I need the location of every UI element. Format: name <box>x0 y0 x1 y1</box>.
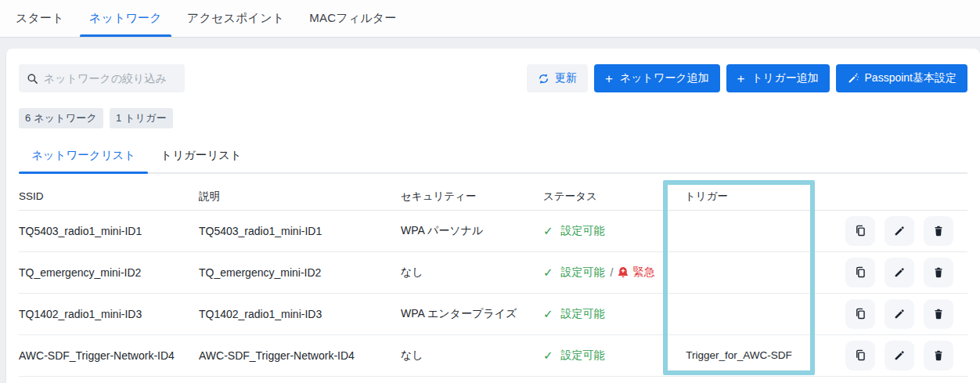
pencil-icon <box>893 225 906 237</box>
security-cell: WPA パーソナル <box>401 210 543 251</box>
edit-button[interactable] <box>885 341 914 370</box>
ssid-cell: AWC-SDF_Trigger-Network-ID4 <box>19 334 199 376</box>
status-separator: / <box>611 266 614 279</box>
actions-cell <box>815 334 967 376</box>
column-header-actions <box>815 174 967 210</box>
trigger-cell <box>663 293 815 334</box>
copy-button[interactable] <box>845 258 875 287</box>
security-cell: なし <box>401 251 543 293</box>
copy-icon <box>854 349 867 362</box>
emergency-bell-icon <box>617 266 629 279</box>
delete-button[interactable] <box>924 341 953 370</box>
check-icon: ✓ <box>543 266 553 280</box>
status-cell: ✓ 設定可能 / <box>543 334 663 376</box>
copy-icon <box>854 224 867 237</box>
status-cell: ✓ 設定可能 / <box>543 210 663 251</box>
column-header: 説明 <box>199 174 401 210</box>
emergency-label: 緊急 <box>632 266 654 280</box>
trigger-cell <box>663 251 815 293</box>
trash-icon <box>932 349 945 362</box>
table-row: TQ5403_radio1_mini-ID1 TQ5403_radio1_min… <box>19 210 967 251</box>
trigger-cell <box>663 210 815 251</box>
add-network-label: ネットワーク追加 <box>620 71 709 85</box>
delete-button[interactable] <box>924 258 953 287</box>
edit-button[interactable] <box>885 258 914 287</box>
copy-button[interactable] <box>845 299 875 329</box>
delete-button[interactable] <box>924 216 953 246</box>
column-header: SSID <box>19 174 199 210</box>
delete-button[interactable] <box>924 299 953 329</box>
search-box[interactable] <box>19 64 185 92</box>
tab-macfilter[interactable]: MACフィルター <box>297 0 409 37</box>
ssid-cell: TQ_emergency_mini-ID2 <box>19 251 199 293</box>
count-badge: 1 トリガー <box>110 108 173 128</box>
tab-start[interactable]: スタート <box>3 0 77 37</box>
passpoint-settings-button[interactable]: Passpoint基本設定 <box>836 64 967 92</box>
summary-badges: 6 ネットワーク1 トリガー <box>19 108 967 128</box>
table-header-row: SSID説明セキュリティーステータストリガー <box>19 174 967 210</box>
add-trigger-label: トリガー追加 <box>752 71 819 85</box>
edit-button[interactable] <box>885 299 914 329</box>
list-tab-trigger-list[interactable]: トリガーリスト <box>148 139 254 172</box>
add-trigger-button[interactable]: + トリガー追加 <box>726 64 830 92</box>
description-cell: TQ_emergency_mini-ID2 <box>199 251 401 293</box>
emergency-status: / 緊急 <box>605 266 655 280</box>
edit-button[interactable] <box>885 216 914 246</box>
description-cell: AWC-SDF_Trigger-Network-ID4 <box>199 334 401 376</box>
status-label: 設定可能 <box>561 266 605 280</box>
trash-icon <box>932 266 945 279</box>
pencil-icon <box>893 308 906 320</box>
actions-cell <box>815 210 967 251</box>
ssid-cell: TQ5403_radio1_mini-ID1 <box>19 210 199 251</box>
refresh-label: 更新 <box>555 71 577 85</box>
copy-button[interactable] <box>845 341 875 370</box>
trash-icon <box>932 225 945 237</box>
network-table: SSID説明セキュリティーステータストリガー TQ5403_radio1_min… <box>19 174 967 377</box>
tab-accesspoint[interactable]: アクセスポイント <box>175 0 297 37</box>
tab-network[interactable]: ネットワーク <box>77 0 175 37</box>
plus-icon: + <box>605 72 613 85</box>
ssid-cell: TQ1402_radio1_mini-ID3 <box>19 293 199 334</box>
status-cell: ✓ 設定可能 / <box>543 293 663 334</box>
magic-wand-icon <box>847 72 859 85</box>
table-row: TQ_emergency_mini-ID2 TQ_emergency_mini-… <box>19 251 967 293</box>
trigger-cell: Trigger_for_AWC-SDF <box>663 334 815 376</box>
table-row: AWC-SDF_Trigger-Network-ID4 AWC-SDF_Trig… <box>19 334 967 376</box>
check-icon: ✓ <box>543 307 553 321</box>
trash-icon <box>932 308 945 320</box>
actions-cell <box>815 293 967 334</box>
description-cell: TQ1402_radio1_mini-ID3 <box>199 293 401 334</box>
description-cell: TQ5403_radio1_mini-ID1 <box>199 210 401 251</box>
copy-button[interactable] <box>845 216 875 246</box>
add-network-button[interactable]: + ネットワーク追加 <box>594 64 720 92</box>
status-cell: ✓ 設定可能 / 緊急 <box>543 251 663 293</box>
copy-icon <box>854 266 867 279</box>
security-cell: WPA エンタープライズ <box>401 293 543 334</box>
status-label: 設定可能 <box>561 349 605 363</box>
status-label: 設定可能 <box>561 307 605 321</box>
column-header: トリガー <box>663 174 815 210</box>
search-input[interactable] <box>44 72 177 85</box>
security-cell: なし <box>401 334 543 376</box>
main-tab-bar: スタートネットワークアクセスポイントMACフィルター <box>0 0 980 38</box>
refresh-icon <box>538 73 549 85</box>
pencil-icon <box>893 349 906 362</box>
actions-cell <box>815 251 967 293</box>
toolbar: 更新 + ネットワーク追加 + トリガー追加 Passpoint基本設定 <box>19 64 967 92</box>
check-icon: ✓ <box>543 224 553 238</box>
passpoint-label: Passpoint基本設定 <box>865 71 957 85</box>
list-tab-bar: ネットワークリストトリガーリスト <box>19 139 967 174</box>
copy-icon <box>854 307 867 320</box>
pencil-icon <box>893 266 906 279</box>
table-row: TQ1402_radio1_mini-ID3 TQ1402_radio1_min… <box>19 293 967 334</box>
network-panel: 更新 + ネットワーク追加 + トリガー追加 Passpoint基本設定 6 ネ… <box>6 49 980 383</box>
check-icon: ✓ <box>543 349 553 363</box>
plus-icon: + <box>737 72 745 85</box>
count-badge: 6 ネットワーク <box>19 108 103 128</box>
column-header: ステータス <box>543 174 663 210</box>
status-label: 設定可能 <box>561 224 605 238</box>
column-header: セキュリティー <box>401 174 543 210</box>
network-table-body: TQ5403_radio1_mini-ID1 TQ5403_radio1_min… <box>19 210 967 376</box>
refresh-button[interactable]: 更新 <box>527 64 588 92</box>
list-tab-network-list[interactable]: ネットワークリスト <box>19 139 148 172</box>
